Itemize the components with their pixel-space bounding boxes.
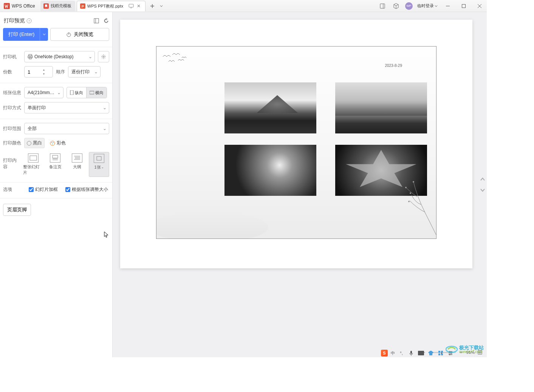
svg-point-37 <box>408 201 410 202</box>
chevron-down-icon: ⌄ <box>94 69 98 74</box>
svg-point-18 <box>103 56 104 57</box>
sidebar-title: 打印预览 <box>4 17 25 24</box>
cloud-decoration <box>156 212 268 239</box>
option-frame-checkbox[interactable]: 幻灯片加框 <box>29 186 58 193</box>
svg-point-24 <box>52 144 53 144</box>
svg-rect-15 <box>29 54 32 56</box>
color-color-option[interactable]: 彩色 <box>48 138 68 148</box>
tab-docer-templates[interactable]: 找稻壳模板 <box>40 1 75 11</box>
svg-point-21 <box>50 141 55 146</box>
svg-rect-19 <box>70 90 73 95</box>
content-handout[interactable]: 1张⌄ <box>89 152 109 177</box>
scroll-up-icon[interactable] <box>479 176 486 183</box>
orientation-portrait[interactable]: 纵向 <box>67 87 86 98</box>
new-tab-button[interactable] <box>149 2 156 10</box>
svg-rect-11 <box>94 19 99 23</box>
present-icon[interactable] <box>128 3 134 9</box>
title-right-controls: WP 临时登录 <box>378 1 487 11</box>
ime-skin-icon[interactable] <box>427 350 434 356</box>
printer-select[interactable]: OneNote (Desktop) ⌄ <box>24 51 95 62</box>
color-bw-option[interactable]: 黑白 <box>24 138 45 148</box>
chevron-down-icon: ⌄ <box>101 166 104 169</box>
tab-label: 找稻壳模板 <box>51 3 71 9</box>
header-footer-button[interactable]: 页眉页脚 <box>3 204 31 216</box>
print-page: 2023-8-29 <box>120 20 472 268</box>
outline-icon <box>72 153 82 163</box>
login-status[interactable]: 临时登录 <box>417 3 438 9</box>
copies-input[interactable] <box>25 69 41 75</box>
full-slide-icon <box>28 153 39 163</box>
cube-icon[interactable] <box>392 2 401 11</box>
sidebar-toggle-icon[interactable] <box>378 2 387 11</box>
watermark-url: www.xz7.com <box>459 350 484 354</box>
maximize-button[interactable] <box>458 1 469 11</box>
sidebar-header: 打印预览 ? <box>3 15 109 28</box>
help-icon[interactable]: ? <box>26 18 32 23</box>
duplex-label: 打印方式 <box>3 105 21 111</box>
content-full-slide[interactable]: 整张幻灯片 <box>23 152 43 177</box>
ime-lang[interactable]: 中 <box>391 350 395 356</box>
svg-rect-44 <box>441 353 443 355</box>
range-select[interactable]: 全部 ⌄ <box>24 123 109 134</box>
spinner-up[interactable]: ▲ <box>41 68 46 72</box>
svg-rect-20 <box>90 91 94 94</box>
app-home-tab[interactable]: WPS Office <box>0 0 39 12</box>
ime-toolbox-icon[interactable] <box>437 350 444 356</box>
orientation-landscape[interactable]: 横向 <box>86 87 107 98</box>
printer-icon <box>28 54 33 59</box>
chevron-down-icon: ⌄ <box>103 105 107 110</box>
range-label: 打印范围 <box>3 126 21 132</box>
duplex-select[interactable]: 单面打印 ⌄ <box>24 102 109 113</box>
close-window-button[interactable] <box>474 1 485 11</box>
content-outline[interactable]: 大纲 <box>67 152 87 177</box>
ime-punct-icon[interactable]: °, <box>398 350 405 356</box>
color-label: 打印颜色 <box>3 140 21 146</box>
copies-spinner[interactable]: ▲ ▼ <box>24 66 53 77</box>
circle-icon <box>27 141 31 146</box>
handout-icon <box>94 154 104 163</box>
copies-label: 份数 <box>3 69 21 75</box>
tab-label: WPS PPT教程.pptx <box>87 3 123 9</box>
tab-file-active[interactable]: P WPS PPT教程.pptx ✕ <box>77 1 145 11</box>
minimize-button[interactable] <box>442 1 454 11</box>
options-label: 选项 <box>3 186 21 193</box>
chevron-down-icon: ⌄ <box>103 126 107 131</box>
close-tab-icon[interactable]: ✕ <box>136 3 141 9</box>
watermark: 极光下载站 www.xz7.com <box>446 344 484 354</box>
content-notes[interactable]: 备注页 <box>45 152 65 177</box>
ime-keyboard-icon[interactable] <box>418 350 424 356</box>
print-sidebar: 打印预览 ? 打印 (Enter) 关闭预览 打印机 OneNot <box>0 12 113 357</box>
spinner-down[interactable]: ▼ <box>41 72 46 76</box>
slide-image-mountain <box>224 82 316 133</box>
svg-text:?: ? <box>28 19 30 23</box>
print-split-button: 打印 (Enter) <box>3 28 48 41</box>
dock-panel-icon[interactable] <box>93 18 99 24</box>
sogou-ime-icon[interactable]: S <box>381 350 388 356</box>
ime-voice-icon[interactable] <box>408 350 415 356</box>
user-avatar[interactable]: WP <box>405 2 413 10</box>
svg-rect-26 <box>53 155 58 158</box>
close-preview-button[interactable]: 关闭预览 <box>50 28 109 41</box>
svg-point-35 <box>405 187 407 188</box>
printer-label: 打印机 <box>3 54 21 60</box>
notes-icon <box>50 153 60 163</box>
new-tab-group <box>149 2 165 10</box>
print-content-options: 整张幻灯片 备注页 大纲 1张⌄ <box>23 152 109 177</box>
svg-point-34 <box>410 192 411 194</box>
print-dropdown-button[interactable] <box>40 28 48 41</box>
paper-label: 纸张信息 <box>3 90 21 96</box>
watermark-brand: 极光下载站 <box>459 345 484 350</box>
orientation-toggle: 纵向 横向 <box>67 87 107 98</box>
scroll-down-icon[interactable] <box>479 187 486 194</box>
svg-rect-39 <box>410 351 412 354</box>
print-button[interactable]: 打印 (Enter) <box>3 28 40 41</box>
svg-rect-41 <box>438 351 440 353</box>
collate-select[interactable]: 逐份打印 ⌄ <box>68 66 101 77</box>
paper-size-select[interactable]: A4(210mmx... ⌄ <box>24 87 63 98</box>
svg-rect-42 <box>441 351 443 353</box>
option-scale-checkbox[interactable]: 根据纸张调整大小 <box>65 186 108 193</box>
new-tab-dropdown[interactable] <box>158 2 165 10</box>
refresh-icon[interactable] <box>103 18 109 24</box>
printer-settings-button[interactable] <box>98 51 109 62</box>
slide-image-leaves <box>224 145 316 196</box>
